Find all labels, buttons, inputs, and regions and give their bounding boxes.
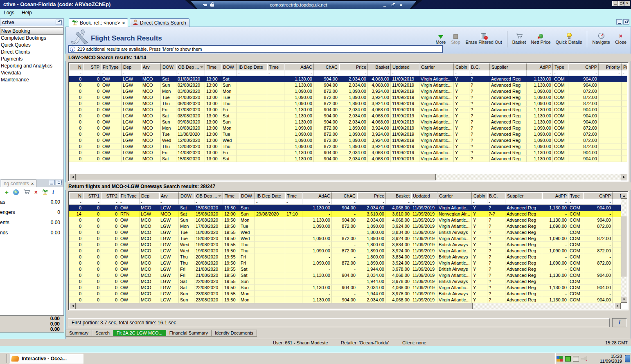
rdp-restore-button[interactable] [390, 2, 396, 8]
result-row[interactable]: 00OWLGWMCOFri14/08/202013:00Fri1,130.009… [69, 150, 627, 156]
erase-filtered-out-button[interactable]: Erase Filtered Out [463, 31, 504, 45]
result-row[interactable]: 00OWLGWMCOThu13/08/202013:00Thu1,090.008… [69, 144, 627, 150]
basket-button[interactable]: Basket [510, 31, 528, 45]
filter-cell[interactable]: - [613, 199, 621, 205]
column-header-updated[interactable]: Updated [411, 192, 437, 199]
filter-cell[interactable]: - [411, 199, 437, 205]
column-header-chac[interactable]: ChAC [314, 63, 339, 70]
column-header-flt-type[interactable]: Flt Type [101, 63, 122, 70]
taskbar-app-button[interactable]: Interactive - Ocea... [9, 354, 83, 364]
result-row[interactable]: 00OWLGWMCOFri07/08/202013:00Fri1,130.009… [69, 107, 627, 113]
column-header-stp2[interactable]: STP2 [101, 192, 119, 199]
column-header-basket[interactable]: Basket [386, 192, 411, 199]
filter-cell[interactable] [419, 70, 454, 76]
column-header-b-c[interactable]: B.C. [487, 192, 505, 199]
scroll-up-button[interactable] [621, 192, 627, 199]
info-button[interactable]: i [612, 318, 627, 327]
device-icon[interactable] [573, 356, 579, 362]
close-icon[interactable]: × [122, 20, 125, 25]
result-row[interactable]: 00OWLGWMCOTue11/08/202013:00Tue1,090.008… [69, 131, 627, 137]
column-header-supplier[interactable]: Supplier [490, 63, 527, 70]
filter-cell[interactable]: - [140, 199, 159, 205]
scrollbar-thumb[interactable] [76, 303, 473, 309]
tray-partial-icon[interactable] [625, 355, 630, 362]
result-row[interactable]: 000OWMCOLGWThu20/08/202019:50Fri1,090.00… [69, 260, 621, 266]
filter-cell[interactable]: - [255, 199, 285, 205]
restore-button[interactable] [618, 1, 624, 6]
column-header-dow[interactable]: DOW [221, 63, 237, 70]
result-row[interactable]: 000OWMCOLGWWed19/08/202019:55Thu--1,800.… [69, 242, 621, 248]
tab-book-ref-none[interactable]: Book. ref.: <none>× [69, 18, 128, 27]
scrollbar-thumb[interactable] [621, 216, 627, 277]
result-row[interactable]: 000OWMCOLGWFri21/08/202019:50Sat1,130.00… [69, 272, 621, 279]
filter-cell[interactable]: - [472, 199, 487, 205]
tab-booking-contents[interactable]: ng contents × [1, 180, 36, 187]
scroll-left-button[interactable] [69, 174, 76, 180]
sidebar-item-quick-quotes[interactable]: Quick Quotes [0, 42, 63, 49]
filter-cell[interactable]: - [83, 70, 101, 76]
column-header-ob-dep[interactable]: OB Dep ... [176, 63, 205, 70]
column-header-n[interactable]: N [69, 63, 83, 70]
column-header-dep[interactable]: Dep [122, 63, 141, 70]
result-row[interactable]: 000OWMCOLGWTue18/08/202019:50Wed1,090.00… [69, 236, 621, 242]
filter-cell[interactable]: - [141, 70, 161, 76]
stop-button[interactable]: Stop [448, 31, 462, 45]
column-header-b-c[interactable]: B.C. [469, 63, 490, 70]
sidebar-item-completed-bookings[interactable]: Completed Bookings [0, 35, 63, 42]
result-row[interactable]: 000OWMCOLGWSat22/08/202019:55Sun--1,944.… [69, 279, 621, 285]
filter-cell[interactable]: - [527, 70, 553, 76]
column-header-priority[interactable]: Priority [613, 192, 621, 199]
column-header-cabin[interactable]: Cabin [454, 63, 469, 70]
filter-cell[interactable] [179, 199, 194, 205]
column-header-chpp[interactable]: ChPP [568, 63, 599, 70]
filter-cell[interactable]: - [83, 199, 101, 205]
filter-cell[interactable]: - [314, 70, 339, 76]
column-header-chpp[interactable]: ChPP [583, 192, 613, 199]
sidebar-item-direct-clients[interactable]: Direct Clients [0, 49, 63, 56]
result-row[interactable]: 00OWLGWMCOSun02/08/202013:00Sun1,130.009… [69, 82, 627, 88]
column-header-price[interactable]: Price [357, 192, 386, 199]
filter-cell[interactable]: - [386, 199, 411, 205]
result-row[interactable]: 00OWLGWMCOThu06/08/202013:00Thu1,090.008… [69, 101, 627, 107]
column-header-time[interactable]: Time [223, 192, 239, 199]
collapse-panel-button[interactable] [56, 20, 62, 25]
filter-cell[interactable]: - [391, 70, 419, 76]
filter-cell[interactable]: - [101, 199, 119, 205]
column-header-ib-dep-date[interactable]: IB Dep Date [237, 63, 267, 70]
filter-cell[interactable]: - [553, 70, 568, 76]
panel-restore-button[interactable] [56, 180, 62, 185]
column-header-time[interactable]: Time [285, 192, 302, 199]
column-header-type[interactable]: Type [553, 63, 568, 70]
pane-restore-button[interactable] [623, 19, 629, 25]
filter-cell[interactable]: - [69, 70, 83, 76]
refresh-icon[interactable]: ↻ [13, 189, 19, 195]
column-header-priority[interactable]: Priority [599, 63, 622, 70]
navigate-button[interactable]: Navigate [590, 31, 612, 45]
delete-icon[interactable]: × [34, 190, 38, 195]
result-row[interactable]: 000OWMCOLGWThu20/08/202019:55Fri--1,800.… [69, 254, 621, 260]
bottom-tab-identity-documents[interactable]: Identity Documents [212, 330, 257, 337]
basket-add-icon[interactable] [23, 189, 30, 195]
filter-cell[interactable]: - [237, 70, 267, 76]
filter-cell[interactable]: - [542, 199, 568, 205]
filter-cell[interactable]: - [368, 70, 391, 76]
filter-cell[interactable]: - [194, 199, 223, 205]
vertical-scrollbar[interactable] [621, 192, 627, 303]
bottom-tab-summary[interactable]: Summary [65, 330, 92, 337]
column-header-supplier[interactable]: Supplier [505, 192, 542, 199]
more-button[interactable]: More [433, 31, 448, 45]
menu-logs[interactable]: Logs [0, 9, 18, 16]
palm-icon[interactable] [42, 189, 48, 195]
menu-help[interactable]: Help [18, 9, 36, 16]
filter-cell[interactable]: - [454, 70, 469, 76]
sidebar-item-maintenance[interactable]: Maintenance [0, 76, 63, 83]
column-header-time[interactable]: Time [267, 63, 284, 70]
filter-cell[interactable] [239, 199, 255, 205]
tray-app-icon[interactable] [557, 356, 563, 362]
result-row[interactable]: 000OWMCOLGWSun23/08/202019:55Mon--1,944.… [69, 291, 621, 297]
column-header-adac[interactable]: AdAC [302, 192, 332, 199]
column-header-type[interactable]: Type [568, 192, 583, 199]
column-header-dow[interactable]: DOW [161, 63, 176, 70]
filter-cell[interactable]: - [119, 199, 140, 205]
filter-cell[interactable] [205, 70, 221, 76]
